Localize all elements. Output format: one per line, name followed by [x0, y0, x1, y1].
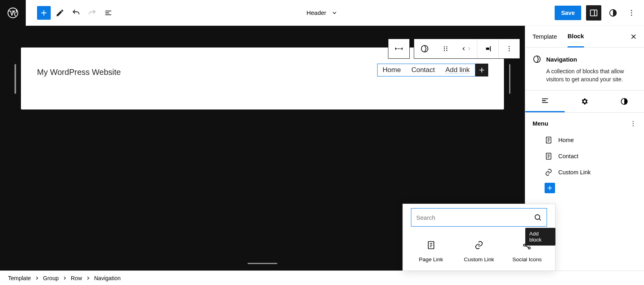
svg-point-9 [444, 50, 445, 51]
inserter-search[interactable] [411, 208, 547, 227]
breadcrumb-item[interactable]: Row [71, 275, 82, 281]
subtab-settings[interactable] [565, 91, 604, 112]
nav-link-contact[interactable]: Contact [406, 66, 440, 74]
menu-list: Home Contact Custom Link [545, 133, 637, 180]
svg-point-11 [446, 48, 447, 49]
redo-button[interactable] [85, 6, 99, 20]
add-menu-item-button[interactable] [545, 183, 555, 193]
menu-heading: Menu [533, 120, 548, 127]
menu-item-custom-link[interactable]: Custom Link [545, 165, 637, 180]
svg-point-8 [444, 48, 445, 49]
block-type-button[interactable] [414, 39, 435, 58]
add-block-tooltip: Add block [525, 228, 555, 246]
subtab-listview[interactable] [525, 91, 565, 112]
chevron-right-icon [62, 275, 68, 281]
nav-add-link[interactable]: Add link [440, 66, 475, 74]
navigation-icon [533, 55, 541, 64]
drag-handle[interactable] [435, 39, 456, 58]
svg-point-25 [535, 215, 540, 219]
breadcrumb-item[interactable]: Group [43, 275, 59, 281]
styles-toggle-button[interactable] [606, 6, 620, 20]
document-title-label: Header [306, 9, 326, 16]
svg-point-12 [446, 50, 447, 51]
settings-subtabs [525, 90, 644, 113]
resize-handle-left[interactable] [14, 64, 16, 94]
menu-item-label: Contact [558, 153, 578, 159]
nav-add-button[interactable] [475, 64, 488, 76]
wordpress-logo[interactable] [0, 0, 26, 26]
search-input[interactable] [416, 214, 534, 221]
svg-point-20 [633, 121, 634, 122]
inserter-item-custom-link[interactable]: Custom Link [459, 240, 499, 262]
add-block-button[interactable] [37, 6, 51, 20]
svg-rect-14 [490, 46, 491, 52]
link-icon [474, 240, 484, 250]
nav-link-home[interactable]: Home [378, 66, 406, 74]
menu-options-button[interactable] [630, 120, 637, 127]
menu-item-contact[interactable]: Contact [545, 149, 637, 163]
resize-handle-right[interactable] [509, 64, 511, 94]
svg-point-10 [446, 46, 447, 47]
svg-point-15 [509, 46, 510, 47]
svg-rect-1 [590, 10, 597, 16]
settings-sidebar: Template Block Navigation A collection o… [525, 26, 644, 271]
edit-tool-button[interactable] [53, 6, 67, 20]
svg-point-22 [633, 125, 634, 126]
search-icon [534, 213, 542, 221]
save-button[interactable]: Save [555, 6, 581, 20]
select-parent-button[interactable] [388, 39, 409, 58]
svg-point-6 [421, 45, 428, 52]
tab-block[interactable]: Block [568, 26, 584, 48]
move-buttons[interactable] [456, 39, 477, 58]
inserter-item-label: Custom Link [464, 256, 494, 262]
menu-panel: Menu Home Contact Custom Link [525, 113, 644, 200]
svg-point-7 [444, 46, 445, 47]
breadcrumb-item[interactable]: Template [8, 275, 31, 281]
block-toolbar [388, 39, 520, 59]
undo-button[interactable] [69, 6, 83, 20]
block-name-label: Navigation [546, 56, 577, 63]
sidebar-toggle-button[interactable] [586, 5, 601, 21]
svg-rect-13 [486, 48, 489, 50]
document-dropdown[interactable]: Header [306, 9, 337, 16]
svg-point-18 [534, 56, 541, 63]
resize-handle-bottom[interactable] [248, 263, 277, 264]
breadcrumb-item[interactable]: Navigation [94, 275, 121, 281]
link-icon [545, 168, 553, 176]
toolbar-group-parent [388, 39, 410, 59]
svg-point-3 [631, 10, 632, 11]
chevron-down-icon [331, 10, 338, 16]
navigation-block[interactable]: Home Contact Add link [377, 64, 475, 76]
topbar-left-tools [37, 6, 115, 20]
topbar: Header Save [0, 0, 644, 26]
menu-item-home[interactable]: Home [545, 133, 637, 147]
page-icon [545, 136, 553, 144]
menu-item-label: Home [558, 137, 574, 143]
menu-item-label: Custom Link [558, 169, 591, 176]
close-sidebar-button[interactable] [630, 33, 638, 41]
more-options-button[interactable] [625, 6, 638, 20]
tab-template[interactable]: Template [533, 26, 557, 47]
subtab-styles[interactable] [605, 91, 644, 112]
page-icon [426, 240, 436, 250]
justify-button[interactable] [477, 39, 498, 58]
svg-point-29 [528, 247, 530, 249]
toolbar-group-main [414, 39, 520, 59]
block-info-panel: Navigation A collection of blocks that a… [525, 48, 644, 90]
site-title[interactable]: My WordPress Website [37, 68, 121, 77]
inserter-item-label: Social Icons [512, 256, 542, 262]
page-icon [545, 152, 553, 160]
list-view-button[interactable] [101, 6, 115, 20]
inserter-item-label: Page Link [419, 256, 443, 262]
svg-point-21 [633, 123, 634, 124]
topbar-right-tools: Save [555, 5, 644, 21]
block-description: A collection of blocks that allow visito… [546, 68, 637, 84]
svg-point-16 [509, 48, 510, 49]
inserter-item-page-link[interactable]: Page Link [411, 240, 451, 262]
svg-point-4 [631, 12, 632, 13]
block-breadcrumb: Template Group Row Navigation [0, 271, 644, 285]
svg-point-5 [631, 14, 632, 16]
block-options-button[interactable] [499, 39, 520, 58]
svg-point-17 [509, 50, 510, 51]
sidebar-tabs: Template Block [525, 26, 644, 48]
